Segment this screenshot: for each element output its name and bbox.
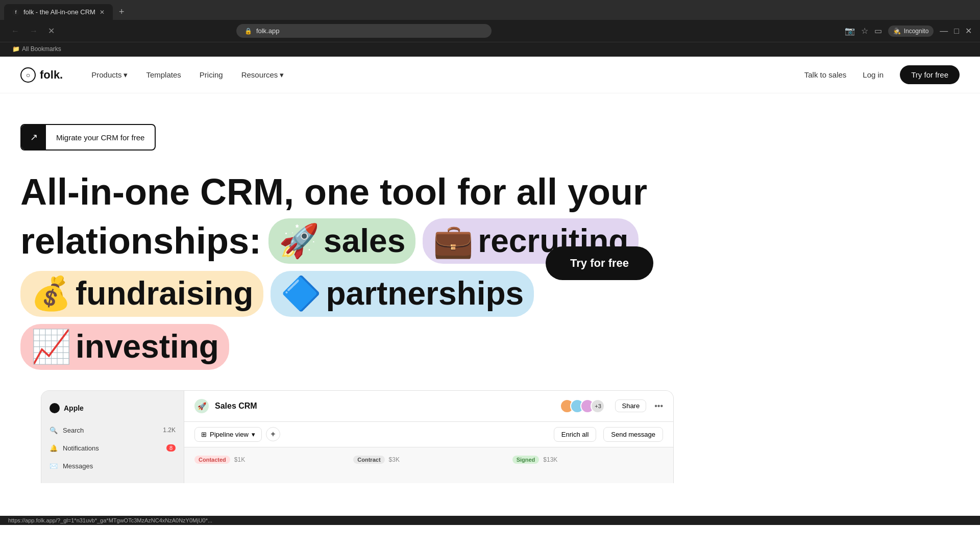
contacted-amount: $1K xyxy=(234,456,245,463)
demo-notifications-label: Notifications xyxy=(63,444,99,452)
demo-company-name: Apple xyxy=(64,404,84,412)
pipeline-header-contract: Contract $3K xyxy=(353,456,504,464)
pipeline-icon: ⊞ xyxy=(201,431,207,438)
address-text: folk.app xyxy=(256,27,280,35)
demo-search-count: 1.2K xyxy=(163,427,176,434)
logo-text: folk. xyxy=(40,68,63,82)
incognito-icon: 🕵️ xyxy=(893,28,901,35)
demo-main-icon: 🚀 xyxy=(194,399,209,413)
back-button[interactable]: ← xyxy=(8,24,22,38)
lock-icon: 🔒 xyxy=(244,28,252,35)
status-bar: https://app.folk.app/?_gl=1*n31uvb*_ga*M… xyxy=(0,516,980,525)
pipeline-view-label: Pipeline view xyxy=(210,431,249,438)
migrate-arrow-icon: ↗ xyxy=(21,125,46,149)
add-column-button[interactable]: + xyxy=(266,427,280,441)
nav-templates[interactable]: Templates xyxy=(138,66,189,83)
sidebar-button[interactable]: ▭ xyxy=(874,26,882,36)
demo-messages-label: Messages xyxy=(63,462,93,470)
headline-line4: 📈 investing xyxy=(20,324,694,370)
demo-main-header: 🚀 Sales CRM +3 Share ••• xyxy=(184,391,673,422)
hero-section: ↗ Migrate your CRM for free All-in-one C… xyxy=(0,93,715,504)
minimize-button[interactable]: — xyxy=(940,27,948,36)
contract-badge: Contract xyxy=(353,456,384,464)
headline-text-2: relationships: xyxy=(20,220,261,262)
main-nav: ○ folk. Products ▾ Templates Pricing Res… xyxy=(0,57,980,93)
demo-more-button[interactable]: ••• xyxy=(654,402,663,411)
demo-avatars: +3 xyxy=(560,399,605,413)
demo-sidebar-messages[interactable]: ✉️ Messages xyxy=(41,457,184,475)
talk-to-sales-link[interactable]: Talk to sales xyxy=(804,70,847,79)
tab-bar: f folk - the All-in-one CRM ✕ + xyxy=(0,0,980,20)
bell-icon: 🔔 xyxy=(50,444,58,452)
new-tab-button[interactable]: + xyxy=(115,5,129,19)
signed-amount: $13K xyxy=(543,456,557,463)
nav-pricing-label: Pricing xyxy=(200,70,223,79)
headline-text-1: All-in-one CRM, one tool for all your xyxy=(20,171,647,212)
hero-try-free-button[interactable]: Try for free xyxy=(546,246,653,280)
nav-pricing[interactable]: Pricing xyxy=(191,66,231,83)
camera-button[interactable]: 📷 xyxy=(845,26,855,36)
nav-products-label: Products xyxy=(91,70,121,79)
bookmarks-bar: 📁 All Bookmarks xyxy=(0,42,980,57)
page-content: ○ folk. Products ▾ Templates Pricing Res… xyxy=(0,57,980,516)
nav-links: Products ▾ Templates Pricing Resources ▾ xyxy=(83,66,804,84)
forward-button[interactable]: → xyxy=(27,24,41,38)
status-url: https://app.folk.app/?_gl=1*n31uvb*_ga*M… xyxy=(8,517,212,523)
tag-investing: 📈 investing xyxy=(20,324,229,370)
logo[interactable]: ○ folk. xyxy=(20,67,63,83)
browser-controls: ← → ✕ 🔒 folk.app 📷 ☆ ▭ 🕵️ Incognito — □ … xyxy=(0,20,980,42)
browser-chrome: f folk - the All-in-one CRM ✕ + ← → ✕ 🔒 … xyxy=(0,0,980,57)
enrich-all-button[interactable]: Enrich all xyxy=(554,427,596,442)
nav-resources[interactable]: Resources ▾ xyxy=(233,66,292,84)
demo-sidebar-search[interactable]: 🔍 Search 1.2K xyxy=(41,421,184,439)
contract-amount: $3K xyxy=(389,456,400,463)
chevron-down-icon: ▾ xyxy=(124,70,128,80)
maximize-button[interactable]: □ xyxy=(954,27,959,36)
migrate-text: Migrate your CRM for free xyxy=(46,128,155,147)
bookmarks-folder-icon: 📁 xyxy=(12,45,20,53)
demo-sidebar-notifications[interactable]: 🔔 Notifications 8 xyxy=(41,439,184,457)
notification-badge: 8 xyxy=(166,444,176,452)
address-bar[interactable]: 🔒 folk.app xyxy=(236,24,492,38)
tab-favicon: f xyxy=(12,9,19,16)
pipeline-header-contacted: Contacted $1K xyxy=(194,456,345,464)
demo-sidebar-logo-icon xyxy=(50,403,60,413)
nav-actions: Talk to sales Log in Try for free xyxy=(804,65,960,84)
pipeline-column-contacted: Contacted $1K xyxy=(194,456,345,468)
pipeline-column-contract: Contract $3K xyxy=(353,456,504,468)
nav-templates-label: Templates xyxy=(146,70,181,79)
demo-pipeline: Contacted $1K Contract $3K Signed xyxy=(184,447,673,476)
bookmark-button[interactable]: ☆ xyxy=(861,26,868,36)
logo-icon: ○ xyxy=(20,67,36,83)
tag-partnerships: 🔷 partnerships xyxy=(271,271,534,317)
tag-sales: 🚀 sales xyxy=(268,218,415,264)
demo-search-label: Search xyxy=(63,427,84,434)
demo-sidebar-logo: Apple xyxy=(41,399,184,421)
nav-resources-label: Resources xyxy=(241,70,278,79)
nav-products[interactable]: Products ▾ xyxy=(83,66,136,84)
demo-panel: Apple 🔍 Search 1.2K 🔔 Notifications 8 ✉️… xyxy=(41,390,674,483)
reload-button[interactable]: ✕ xyxy=(45,24,58,38)
pipeline-chevron-icon: ▾ xyxy=(252,431,255,438)
incognito-badge: 🕵️ Incognito xyxy=(888,26,934,37)
demo-avatar-count: +3 xyxy=(591,399,605,413)
migrate-banner[interactable]: ↗ Migrate your CRM for free xyxy=(20,124,156,151)
tab-close-button[interactable]: ✕ xyxy=(100,9,105,16)
bookmarks-folder[interactable]: 📁 All Bookmarks xyxy=(8,44,65,54)
hero-cta-container: Try for free xyxy=(546,246,653,280)
pipeline-view-button[interactable]: ⊞ Pipeline view ▾ xyxy=(194,427,262,442)
browser-actions: 📷 ☆ ▭ 🕵️ Incognito — □ ✕ xyxy=(845,26,972,37)
signed-badge: Signed xyxy=(512,456,540,464)
headline-line1: All-in-one CRM, one tool for all your xyxy=(20,171,694,213)
bookmarks-label: All Bookmarks xyxy=(22,45,61,53)
send-message-button[interactable]: Send message xyxy=(603,427,663,442)
pipeline-header-signed: Signed $13K xyxy=(512,456,663,464)
tab-title: folk - the All-in-one CRM xyxy=(23,8,95,16)
login-link[interactable]: Log in xyxy=(854,66,892,83)
demo-toolbar: ⊞ Pipeline view ▾ + Enrich all Send mess… xyxy=(184,422,673,447)
demo-share-button[interactable]: Share xyxy=(615,399,646,412)
messages-icon: ✉️ xyxy=(50,462,58,470)
close-button[interactable]: ✕ xyxy=(965,26,972,36)
browser-tab-active[interactable]: f folk - the All-in-one CRM ✕ xyxy=(4,4,113,20)
try-free-button[interactable]: Try for free xyxy=(900,65,960,84)
